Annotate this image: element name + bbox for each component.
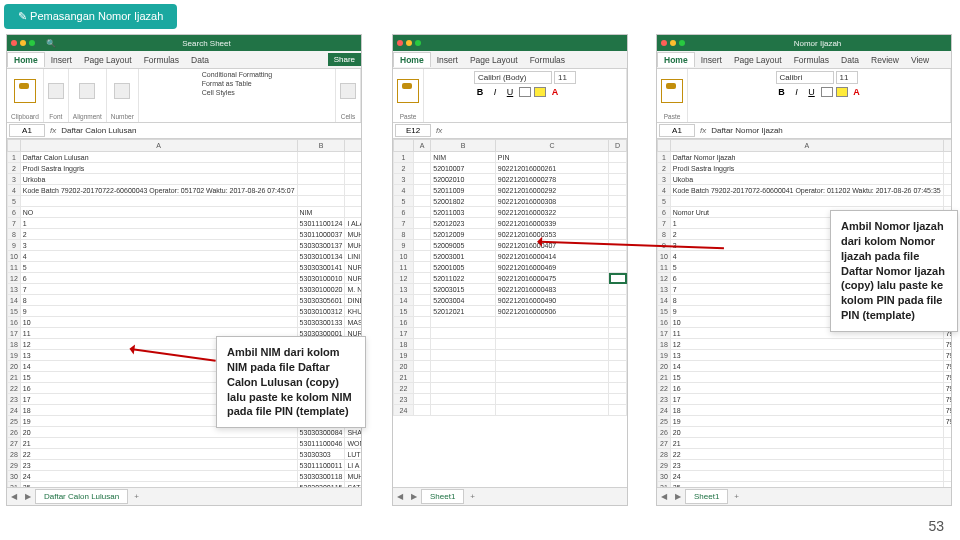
- name-box[interactable]: A1: [9, 124, 45, 137]
- fill-color[interactable]: [534, 87, 546, 97]
- sheet-tabs: ◀ ▶ Sheet1 +: [657, 487, 951, 505]
- window-title: Nomor Ijazah: [794, 39, 842, 48]
- underline-button[interactable]: U: [806, 87, 818, 97]
- tab-formulas[interactable]: Formulas: [788, 53, 835, 67]
- sheet-nav-prev[interactable]: ◀: [393, 492, 407, 501]
- add-sheet-button[interactable]: +: [728, 492, 745, 501]
- group-cells: Cells: [341, 113, 355, 120]
- ribbon: Clipboard Font Alignment Number Conditio…: [7, 69, 361, 123]
- paste-icon[interactable]: [397, 79, 419, 103]
- name-box[interactable]: E12: [395, 124, 431, 137]
- add-sheet-button[interactable]: +: [464, 492, 481, 501]
- font-icon[interactable]: [48, 83, 64, 99]
- sheet-nav-next[interactable]: ▶: [21, 492, 35, 501]
- zoom-icon[interactable]: [29, 40, 35, 46]
- excel-window-center: Home Insert Page Layout Formulas Paste C…: [392, 34, 628, 506]
- callout-right: Ambil Nomor Ijazah dari kolom Nomor Ijaz…: [830, 210, 958, 332]
- tab-formulas[interactable]: Formulas: [138, 53, 185, 67]
- tab-formulas[interactable]: Formulas: [524, 53, 571, 67]
- sheet-tabs: ◀ ▶ Daftar Calon Lulusan +: [7, 487, 361, 505]
- menu-bar: Home Insert Page Layout Formulas Data Re…: [657, 51, 951, 69]
- font-select[interactable]: Calibri (Body): [474, 71, 552, 84]
- font-size[interactable]: 11: [836, 71, 858, 84]
- share-button[interactable]: Share: [328, 53, 361, 66]
- formula-value[interactable]: Daftar Calon Lulusan: [59, 126, 361, 135]
- search-sheet[interactable]: Search Sheet: [182, 39, 230, 48]
- menu-bar: Home Insert Page Layout Formulas: [393, 51, 627, 69]
- sheet-nav-prev[interactable]: ◀: [7, 492, 21, 501]
- tab-view[interactable]: View: [905, 53, 935, 67]
- align-icon[interactable]: [79, 83, 95, 99]
- group-paste: Paste: [400, 113, 417, 120]
- font-color[interactable]: A: [851, 87, 863, 97]
- paste-icon[interactable]: [14, 79, 36, 103]
- minimize-icon[interactable]: [20, 40, 26, 46]
- font-color[interactable]: A: [549, 87, 561, 97]
- formula-value[interactable]: Daftar Nomor Ijazah: [709, 126, 951, 135]
- group-number: Number: [111, 113, 134, 120]
- tab-data[interactable]: Data: [185, 53, 215, 67]
- paste-icon[interactable]: [661, 79, 683, 103]
- sheet-grid[interactable]: ABCD1NIMPIN25201000790221201600026135200…: [393, 139, 627, 487]
- ribbon: Paste Calibri 11 B I U A: [657, 69, 951, 123]
- zoom-icon[interactable]: [679, 40, 685, 46]
- format-as-table[interactable]: Format as Table: [202, 80, 252, 87]
- fx-icon[interactable]: fx: [433, 126, 445, 135]
- underline-button[interactable]: U: [504, 87, 516, 97]
- close-icon[interactable]: [397, 40, 403, 46]
- font-size[interactable]: 11: [554, 71, 576, 84]
- page-number: 53: [928, 518, 944, 534]
- close-icon[interactable]: [661, 40, 667, 46]
- sheet-tab-name[interactable]: Sheet1: [685, 489, 728, 504]
- formula-bar: E12 fx: [393, 123, 627, 139]
- sheet-tab-name[interactable]: Sheet1: [421, 489, 464, 504]
- formula-bar: A1 fx Daftar Calon Lulusan: [7, 123, 361, 139]
- titlebar: [393, 35, 627, 51]
- tab-insert[interactable]: Insert: [431, 53, 464, 67]
- fx-icon[interactable]: fx: [47, 126, 59, 135]
- excel-window-left: 🔍 Search Sheet Home Insert Page Layout F…: [6, 34, 362, 506]
- page-title-tab: ✎ Pemasangan Nomor Ijazah: [4, 4, 177, 29]
- add-sheet-button[interactable]: +: [128, 492, 145, 501]
- tab-page-layout[interactable]: Page Layout: [728, 53, 788, 67]
- name-box[interactable]: A1: [659, 124, 695, 137]
- cells-icon[interactable]: [340, 83, 356, 99]
- tab-data[interactable]: Data: [835, 53, 865, 67]
- tab-page-layout[interactable]: Page Layout: [78, 53, 138, 67]
- group-alignment: Alignment: [73, 113, 102, 120]
- tab-home[interactable]: Home: [7, 52, 45, 67]
- tab-review[interactable]: Review: [865, 53, 905, 67]
- italic-button[interactable]: I: [791, 87, 803, 97]
- tab-insert[interactable]: Insert: [695, 53, 728, 67]
- number-icon[interactable]: [114, 83, 130, 99]
- tab-home[interactable]: Home: [657, 52, 695, 67]
- fx-icon[interactable]: fx: [697, 126, 709, 135]
- bold-button[interactable]: B: [474, 87, 486, 97]
- minimize-icon[interactable]: [406, 40, 412, 46]
- conditional-formatting[interactable]: Conditional Formatting: [202, 71, 272, 78]
- titlebar: Nomor Ijazah: [657, 35, 951, 51]
- close-icon[interactable]: [11, 40, 17, 46]
- border-button[interactable]: [821, 87, 833, 97]
- sheet-nav-next[interactable]: ▶: [407, 492, 421, 501]
- menu-bar: Home Insert Page Layout Formulas Data Sh…: [7, 51, 361, 69]
- border-button[interactable]: [519, 87, 531, 97]
- sheet-nav-next[interactable]: ▶: [671, 492, 685, 501]
- font-select[interactable]: Calibri: [776, 71, 834, 84]
- callout-left: Ambil NIM dari kolom NIM pada file Dafta…: [216, 336, 366, 428]
- tab-page-layout[interactable]: Page Layout: [464, 53, 524, 67]
- tab-insert[interactable]: Insert: [45, 53, 78, 67]
- ribbon: Paste Calibri (Body) 11 B I U A: [393, 69, 627, 123]
- titlebar: 🔍 Search Sheet: [7, 35, 361, 51]
- bold-button[interactable]: B: [776, 87, 788, 97]
- minimize-icon[interactable]: [670, 40, 676, 46]
- sheet-tab-name[interactable]: Daftar Calon Lulusan: [35, 489, 128, 504]
- group-paste: Paste: [664, 113, 681, 120]
- zoom-icon[interactable]: [415, 40, 421, 46]
- tab-home[interactable]: Home: [393, 52, 431, 67]
- italic-button[interactable]: I: [489, 87, 501, 97]
- sheet-grid[interactable]: ABCDEF1Daftar Calon Lulusan2Prodi Sastra…: [7, 139, 361, 487]
- sheet-nav-prev[interactable]: ◀: [657, 492, 671, 501]
- fill-color[interactable]: [836, 87, 848, 97]
- cell-styles[interactable]: Cell Styles: [202, 89, 235, 96]
